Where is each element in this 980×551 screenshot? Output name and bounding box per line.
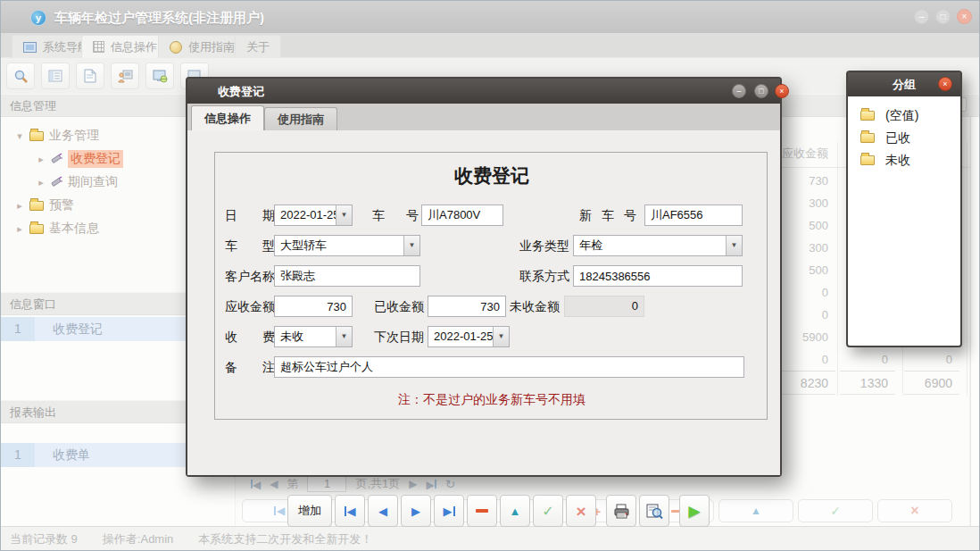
fee-status-select[interactable]: 未收 ▼ <box>274 326 353 347</box>
customer-input[interactable] <box>274 265 420 287</box>
edit-icon: ▲ <box>751 505 761 517</box>
app-title: 车辆年检过户管理系统(非注册用户) <box>54 10 264 27</box>
tree-label: 预警 <box>49 197 74 213</box>
grid-cell[interactable]: 0 <box>904 348 959 371</box>
search-button[interactable] <box>6 63 35 89</box>
tool-icon <box>50 153 63 165</box>
dialog-tab-user-guide[interactable]: 使用指南 <box>264 107 337 130</box>
last-icon: ▶ <box>444 505 453 518</box>
prev-page-icon[interactable]: ◀ <box>270 478 278 490</box>
tree-label: 业务管理 <box>49 128 99 144</box>
vehicle-type-value: 大型轿车 <box>275 236 403 255</box>
nav-cancel-button[interactable]: × <box>877 499 952 522</box>
tree-label: 基本信息 <box>49 221 99 237</box>
next-record-button[interactable]: ▶ <box>401 495 431 527</box>
chevron-down-icon[interactable]: ▼ <box>336 205 352 225</box>
chevron-right-icon[interactable]: ▸ <box>13 223 26 235</box>
dialog-toolbar: 增加 ◀ ◀ ▶ ▶ ▲ ✓ × ▶ <box>287 495 710 527</box>
save-button[interactable]: ✓ <box>533 495 563 527</box>
operator-button[interactable] <box>111 63 139 89</box>
monitor-web-button[interactable] <box>145 63 174 89</box>
unpaid-field: 0 <box>564 296 644 317</box>
chevron-right-icon[interactable]: ▸ <box>35 177 47 188</box>
group-panel-close-icon[interactable]: × <box>938 77 952 91</box>
dialog-maximize-icon[interactable]: □ <box>754 84 768 98</box>
contact-label: 联系方式 <box>519 265 569 287</box>
pager-last-button[interactable]: ▶ <box>427 478 436 491</box>
add-button[interactable]: 增加 <box>287 495 332 527</box>
group-panel-titlebar[interactable]: 分组 × <box>848 72 960 96</box>
new-plate-label: 新车号 <box>579 205 636 226</box>
pager-suffix: 页,共1页 <box>355 476 400 492</box>
business-type-select[interactable]: 年检 ▼ <box>573 235 743 256</box>
vehicle-type-label: 车型 <box>225 235 275 256</box>
folder-icon <box>29 224 44 234</box>
refresh-icon[interactable]: ↻ <box>445 477 456 491</box>
plate-input[interactable] <box>421 205 503 226</box>
list-view-button[interactable] <box>41 63 70 89</box>
pager-first-button[interactable]: ◀ <box>251 478 261 491</box>
tab-about[interactable]: 关于 <box>235 35 281 58</box>
document-button[interactable] <box>76 63 104 89</box>
first-record-button[interactable]: ◀ <box>335 495 365 527</box>
contact-input[interactable] <box>573 265 743 287</box>
grid-cell[interactable]: 0 <box>840 348 895 371</box>
receivable-input[interactable] <box>274 296 353 317</box>
received-input[interactable] <box>428 296 506 317</box>
cross-icon: × <box>576 503 586 520</box>
close-icon[interactable]: × <box>957 9 972 24</box>
vehicle-type-select[interactable]: 大型轿车 ▼ <box>274 235 420 256</box>
tab-info-operation[interactable]: 信息操作 <box>81 35 169 58</box>
edit-button[interactable]: ▲ <box>500 495 530 527</box>
chevron-down-icon[interactable]: ▼ <box>336 327 352 346</box>
dialog-tab-info-operation[interactable]: 信息操作 <box>191 105 264 130</box>
chevron-down-icon[interactable]: ▼ <box>726 236 742 255</box>
grid-total-received: 1330 <box>840 371 895 395</box>
fee-status-label: 收费 <box>225 326 275 347</box>
clock-icon <box>170 41 182 54</box>
next-date-picker[interactable]: 2022-01-25 ▼ <box>428 326 510 347</box>
fee-status-value: 未收 <box>275 327 336 346</box>
dialog-titlebar[interactable]: 收费登记 – □ × <box>187 79 780 104</box>
remark-input[interactable] <box>274 356 744 378</box>
dialog-minimize-icon[interactable]: – <box>732 84 746 98</box>
run-button[interactable]: ▶ <box>679 495 710 527</box>
nav-post-button[interactable]: ✓ <box>798 499 873 522</box>
prev-record-button[interactable]: ◀ <box>368 495 398 527</box>
first-icon: ◀ <box>277 505 285 517</box>
business-type-value: 年检 <box>574 236 726 255</box>
date-value: 2022-01-25 <box>275 205 336 225</box>
tab-user-guide[interactable]: 使用指南 <box>158 35 246 58</box>
next-page-icon[interactable]: ▶ <box>409 478 417 490</box>
chevron-down-icon[interactable]: ▼ <box>403 236 419 255</box>
chevron-right-icon[interactable]: ▸ <box>35 154 47 165</box>
print-preview-button[interactable] <box>639 495 669 527</box>
page-number-input[interactable]: 1 <box>307 476 346 492</box>
delete-button[interactable] <box>467 495 497 527</box>
group-panel: 分组 × (空值) 已收 未收 <box>846 71 962 347</box>
minimize-icon[interactable]: – <box>914 9 929 24</box>
main-tabstrip: 系统导航 信息操作 使用指南 关于 <box>1 33 979 58</box>
chevron-right-icon[interactable]: ▸ <box>13 200 26 212</box>
group-item-received[interactable]: 已收 <box>857 127 955 149</box>
last-record-button[interactable]: ▶ <box>434 495 464 527</box>
nav-edit-button[interactable]: ▲ <box>718 499 793 522</box>
form-box: 收费登记 日期 2022-01-25 ▼ 车号 新车号 车型 大型轿车 ▼ 业务… <box>214 152 768 420</box>
cancel-button[interactable]: × <box>566 495 596 527</box>
vertical-scrollbar[interactable] <box>970 117 980 526</box>
list-icon <box>48 70 62 82</box>
new-plate-input[interactable] <box>644 205 743 226</box>
maximize-icon[interactable]: □ <box>935 9 951 24</box>
group-item-empty[interactable]: (空值) <box>857 104 955 127</box>
group-item-unpaid[interactable]: 未收 <box>857 149 955 171</box>
remark-label: 备注 <box>225 356 275 378</box>
dialog-close-icon[interactable]: × <box>775 84 789 98</box>
unpaid-label: 未收金额 <box>510 296 560 317</box>
dialog-title: 收费登记 <box>218 84 264 100</box>
edit-icon: ▲ <box>510 505 521 518</box>
chevron-down-icon[interactable]: ▾ <box>13 130 26 142</box>
app-logo-icon: y <box>30 10 46 26</box>
chevron-down-icon[interactable]: ▼ <box>493 327 509 346</box>
print-button[interactable] <box>606 495 636 527</box>
date-picker[interactable]: 2022-01-25 ▼ <box>274 205 353 226</box>
